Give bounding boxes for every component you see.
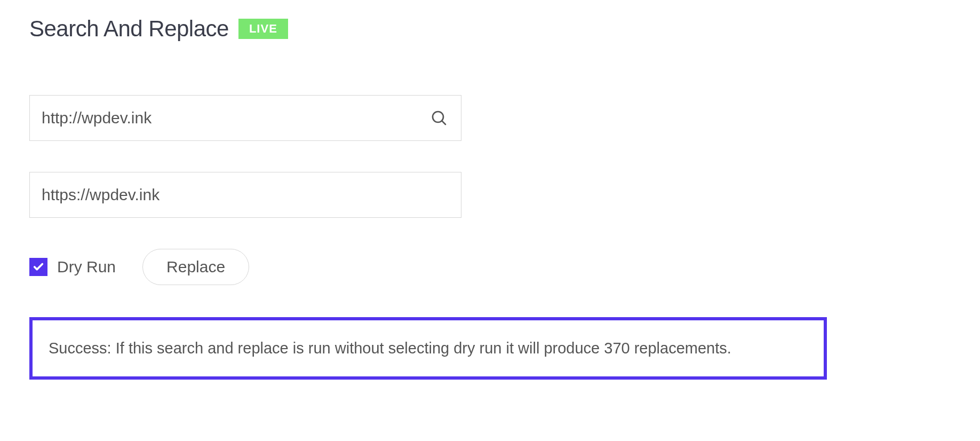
- result-message-box: Success: If this search and replace is r…: [29, 317, 827, 380]
- search-field-wrap: [29, 95, 461, 141]
- dry-run-checkbox-wrap[interactable]: Dry Run: [29, 258, 116, 276]
- environment-badge: LIVE: [238, 19, 288, 39]
- svg-line-1: [442, 121, 445, 124]
- page-title: Search And Replace: [29, 16, 229, 42]
- dry-run-checkbox[interactable]: [29, 258, 47, 276]
- search-icon: [431, 109, 448, 127]
- check-icon: [33, 261, 44, 273]
- replace-button[interactable]: Replace: [142, 249, 249, 285]
- replace-input[interactable]: [29, 172, 461, 218]
- page-header: Search And Replace LIVE: [29, 16, 951, 42]
- result-message: Success: If this search and replace is r…: [49, 337, 808, 359]
- search-input[interactable]: [29, 95, 461, 141]
- replace-field-wrap: [29, 172, 461, 218]
- controls-row: Dry Run Replace: [29, 249, 951, 285]
- dry-run-label: Dry Run: [57, 258, 116, 276]
